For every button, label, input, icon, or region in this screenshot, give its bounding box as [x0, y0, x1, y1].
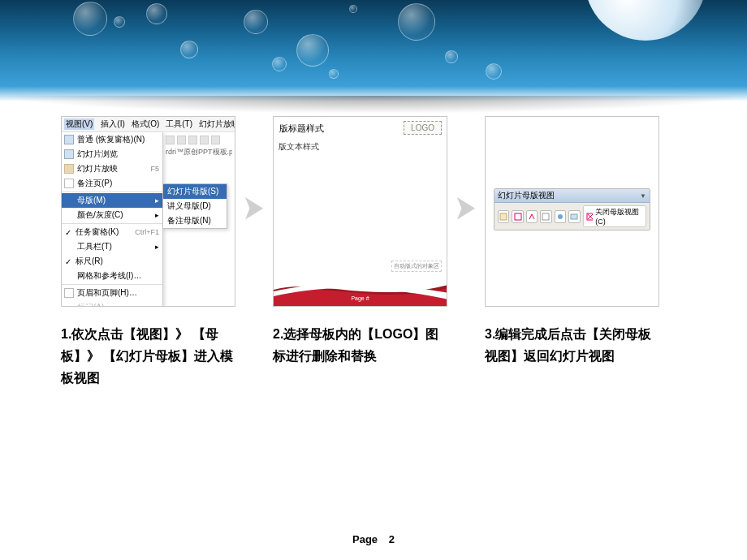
card-close-master-toolbar: 幻灯片母版视图 ▼ 关闭母版视图(C): [485, 116, 659, 307]
step-1: 视图(V) 插入(I) 格式(O) 工具(T) 幻灯片放映 rdri™原创PPT…: [61, 116, 235, 390]
arrow-icon: [245, 197, 263, 223]
menubar-view: 视图(V): [64, 118, 94, 130]
editor-background: rdri™原创PPT模板.ppt.p: [163, 132, 235, 161]
card-slide-master: 版标题样式 LOGO 版文本样式 自动版式的对象区 Page #: [273, 116, 447, 307]
page-footer: Page 2: [0, 533, 747, 545]
card-menu-screenshot: 视图(V) 插入(I) 格式(O) 工具(T) 幻灯片放映 rdri™原创PPT…: [61, 116, 235, 307]
open-file-name: rdri™原创PPT模板.ppt.p: [166, 147, 232, 157]
menubar: 视图(V) 插入(I) 格式(O) 工具(T) 幻灯片放映: [62, 117, 235, 132]
svg-rect-4: [571, 214, 577, 219]
toolbar-btn-5: [555, 210, 566, 223]
master-submenu: 幻灯片母版(S) 讲义母版(D) 备注母版(N): [162, 183, 227, 229]
close-master-view-button: 关闭母版视图(C): [583, 205, 647, 227]
logo-placeholder: LOGO: [404, 121, 442, 135]
menubar-tools: 工具(T): [166, 118, 192, 130]
toolbar-btn-3: [526, 210, 538, 223]
svg-rect-2: [542, 213, 549, 220]
step-3-caption: 3.编辑完成后点击【关闭母板视图】返回幻灯片视图: [485, 323, 659, 367]
master-view-toolbar: 幻灯片母版视图 ▼ 关闭母版视图(C): [494, 188, 650, 230]
slide-footer-swoosh: [274, 274, 447, 306]
arrow-icon: [457, 197, 475, 223]
toolbar-btn-6: [568, 210, 580, 223]
toolbar-title: 幻灯片母版视图: [498, 190, 555, 201]
step-2: 版标题样式 LOGO 版文本样式 自动版式的对象区 Page # 2.选择母板内…: [273, 116, 447, 367]
menubar-slideshow: 幻灯片放映: [199, 118, 235, 130]
master-title-placeholder: 版标题样式: [279, 122, 325, 136]
toolbar-dropdown-icon: ▼: [640, 192, 646, 200]
submenu-slide-master: 幻灯片母版(S): [163, 184, 227, 199]
menu-item-master: 母版(M)▸: [62, 193, 162, 208]
svg-rect-1: [515, 213, 521, 220]
page-number: 2: [389, 533, 395, 545]
master-text-placeholder: 版文本样式: [279, 141, 319, 153]
toolbar-btn-4: [540, 210, 551, 223]
step-2-caption: 2.选择母板内的【LOGO】图标进行删除和替换: [273, 323, 447, 367]
svg-rect-0: [500, 213, 507, 220]
step-3: 幻灯片母版视图 ▼ 关闭母版视图(C) 3.编辑完成后点击【关闭母板: [485, 116, 659, 367]
menubar-insert: 插入(I): [101, 118, 124, 130]
svg-point-3: [558, 214, 563, 219]
hero-banner: [0, 0, 747, 101]
auto-layout-label: 自动版式的对象区: [391, 261, 442, 272]
steps-row: 视图(V) 插入(I) 格式(O) 工具(T) 幻灯片放映 rdri™原创PPT…: [61, 116, 710, 390]
toolbar-btn-2: [512, 210, 523, 223]
menubar-format: 格式(O): [132, 118, 159, 130]
slide-page-label: Page #: [351, 295, 369, 301]
page-label: Page: [352, 533, 378, 545]
view-dropdown: 普通 (恢复窗格)(N) 幻灯片浏览 幻灯片放映F5 备注页(P) 母版(M)▸…: [62, 132, 163, 307]
step-1-caption: 1.依次点击【视图】》 【母板】》 【幻灯片母板】进入模板视图: [61, 323, 235, 390]
toolbar-btn-1: [498, 210, 509, 223]
